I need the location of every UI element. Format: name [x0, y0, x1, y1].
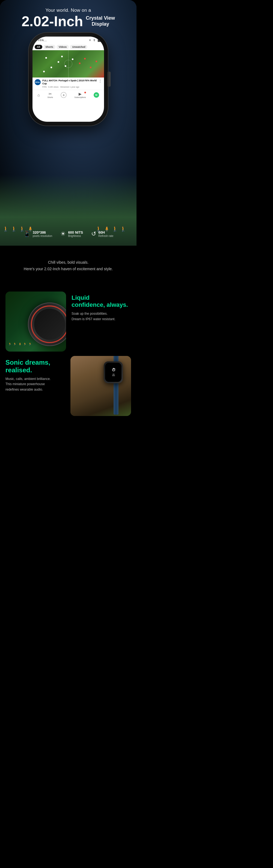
tagline-line1: Chill vibes, bold visuals.: [48, 260, 89, 265]
hero-size: 2.02-Inch: [22, 14, 83, 28]
hero-title-row: 2.02-Inch Crystal View Display: [0, 14, 136, 28]
player-2: [58, 61, 59, 63]
water-desc-line1: Soak up the possibilities.: [71, 312, 108, 315]
hero-text-block: Your world. Now on a 2.02-Inch Crystal V…: [0, 8, 136, 28]
watch-body: ‹ FIFA.... ✕ 🎙 ⬛ All Shorts Videos Unwat…: [29, 33, 108, 126]
refresh-value: 60H: [98, 230, 113, 235]
mini-silhouettes: 🏃 🏃 🧍 🏃 🏃: [8, 341, 63, 346]
player-10-red: [96, 61, 97, 62]
watch-face-display: ⏱晶: [112, 368, 115, 377]
channel-icon: FIFA+: [35, 79, 41, 85]
watch-wrapper: ‹ FIFA.... ✕ 🎙 ⬛ All Shorts Videos Unwat…: [29, 33, 108, 126]
notification-dot: [84, 92, 86, 93]
video-thumbnail: [32, 50, 104, 78]
tab-shorts[interactable]: Shorts: [43, 45, 56, 49]
brightness-icon: ☀: [60, 230, 66, 238]
player-1: [45, 57, 47, 59]
more-options-icon[interactable]: ⋮: [98, 79, 102, 83]
hero-display-line2: Display: [86, 21, 115, 27]
player-4: [65, 65, 66, 67]
mini-p3: 🧍: [18, 343, 22, 346]
player-11: [61, 56, 63, 57]
player-6: [72, 58, 73, 60]
mini-p4: 🏃: [23, 343, 27, 346]
back-icon: ‹: [35, 38, 36, 42]
player-9-red: [90, 67, 91, 68]
resolution-value: 320*386: [33, 230, 53, 235]
yt-toolbar-icons: ✕ 🎙 ⬛: [89, 38, 101, 42]
brightness-label: Brightness: [68, 235, 83, 238]
player-5: [43, 71, 45, 72]
watch-closeup-image: 🏃 🏃 🧍 🏃 🏃: [5, 291, 66, 351]
video-meta: FIFA · 9.2M views · Streamed 1 year ago: [42, 86, 97, 88]
sonic-desc: Music, calls, ambient brilliance.This mi…: [5, 376, 66, 392]
url-text: FIFA....: [38, 39, 87, 42]
spec-brightness: ☀ 600 NITS Brightness: [60, 230, 83, 238]
nav-shorts[interactable]: ✂ Shorts: [48, 92, 53, 98]
avatar-letter: M: [95, 94, 97, 96]
resolution-icon: 📱: [23, 230, 31, 238]
wrist-background: ⏱晶: [70, 356, 131, 416]
mini-p2: 🏃: [13, 343, 17, 346]
youtube-bottom-nav: ⌂ ✂ Shorts + ▶ Subscriptions: [32, 90, 104, 99]
nav-home[interactable]: ⌂: [37, 93, 39, 97]
sonic-heading: Sonic dreams, realised.: [5, 359, 66, 374]
spec-refresh-text: 60H Refresh rate: [98, 230, 113, 238]
subscriptions-icon: ▶: [79, 92, 82, 96]
video-views-date: 9.2M views · Streamed 1 year ago: [48, 86, 80, 88]
hero-display-line1: Crystal View: [86, 15, 115, 21]
spec-resolution: 📱 320*386 pixels resolution: [23, 230, 53, 238]
water-text-block: Liquid confidence, always. Soak up the p…: [70, 291, 131, 351]
water-heading-line1: Liquid: [71, 294, 90, 301]
nav-subscriptions[interactable]: ▶ Subscriptions: [74, 92, 86, 98]
water-heading-line2: confidence, always.: [71, 301, 128, 308]
hero-subtitle: Your world. Now on a: [0, 8, 136, 13]
stadium-people: 🚶 🚶 🚶 🧍 🚶 🧍 🚶 🚶: [0, 210, 136, 232]
watch-dial: [28, 303, 66, 346]
water-desc-line2: Dream is IP67 water resistant.: [71, 317, 116, 321]
watch-screen: ‹ FIFA.... ✕ 🎙 ⬛ All Shorts Videos Unwat…: [32, 37, 104, 122]
refresh-icon: ↺: [91, 230, 96, 238]
wrist-watch-body: ⏱晶: [104, 362, 123, 383]
shorts-label: Shorts: [48, 96, 53, 98]
hero-section: Your world. Now on a 2.02-Inch Crystal V…: [0, 0, 136, 246]
hero-display-label: Crystal View Display: [86, 15, 115, 27]
shorts-icon: ✂: [49, 92, 52, 96]
resolution-label: pixels resolution: [33, 235, 53, 238]
cast-icon: ⬛: [97, 38, 101, 42]
tab-all[interactable]: All: [35, 45, 42, 49]
spec-resolution-text: 320*386 pixels resolution: [33, 230, 53, 238]
spec-brightness-text: 600 NITS Brightness: [68, 230, 83, 238]
sonic-text-block: Sonic dreams, realised. Music, calls, am…: [5, 356, 66, 416]
subscriptions-label: Subscriptions: [74, 96, 86, 98]
features-section: 🏃 🏃 🧍 🏃 🏃 Liquid confidence, always. Soa…: [0, 286, 136, 427]
video-details: FULL MATCH: Portugal v Spain | 2018 FIFA…: [42, 79, 97, 88]
dial-inner: [34, 309, 65, 340]
mic-icon: 🎙: [93, 38, 96, 42]
player-7-red: [79, 63, 81, 64]
mini-p5: 🏃: [28, 343, 32, 346]
close-icon: ✕: [89, 38, 91, 42]
video-info-row: FIFA+ FULL MATCH: Portugal v Spain | 201…: [32, 78, 104, 90]
channel-name: FIFA: [42, 86, 47, 88]
brightness-value: 600 NITS: [68, 230, 83, 235]
tagline-line2: Here's your 2.02-Inch haven of excitemen…: [24, 267, 113, 271]
video-title: FULL MATCH: Portugal v Spain | 2018 FIFA…: [42, 79, 97, 85]
tagline-section: Chill vibes, bold visuals. Here's your 2…: [0, 246, 136, 286]
sonic-heading-line2: realised.: [5, 366, 32, 374]
watch-crown: [107, 72, 111, 87]
home-icon: ⌂: [37, 93, 39, 97]
tab-unwatched[interactable]: Unwatched: [70, 45, 87, 49]
spec-refresh: ↺ 60H Refresh rate: [91, 230, 113, 238]
user-avatar[interactable]: M: [94, 92, 99, 98]
wrist-watch-face: ⏱晶: [105, 363, 121, 382]
player-3: [51, 67, 52, 68]
youtube-address-bar: ‹ FIFA.... ✕ 🎙 ⬛: [32, 37, 104, 44]
youtube-tabs: All Shorts Videos Unwatched: [32, 44, 104, 50]
nav-create[interactable]: +: [61, 92, 67, 98]
tagline-text: Chill vibes, bold visuals. Here's your 2…: [8, 259, 128, 272]
tab-videos[interactable]: Videos: [57, 45, 69, 49]
wrist-watch-image: ⏱晶: [70, 356, 131, 416]
add-icon: +: [62, 93, 65, 97]
water-heading: Liquid confidence, always.: [71, 294, 131, 309]
